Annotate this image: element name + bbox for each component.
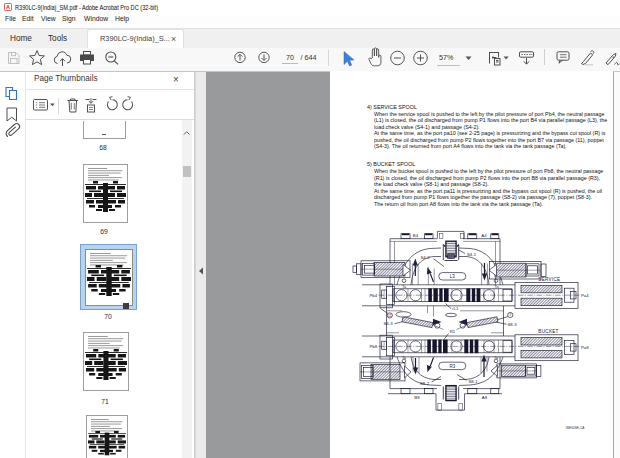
svg-text:A: A: [6, 4, 10, 10]
